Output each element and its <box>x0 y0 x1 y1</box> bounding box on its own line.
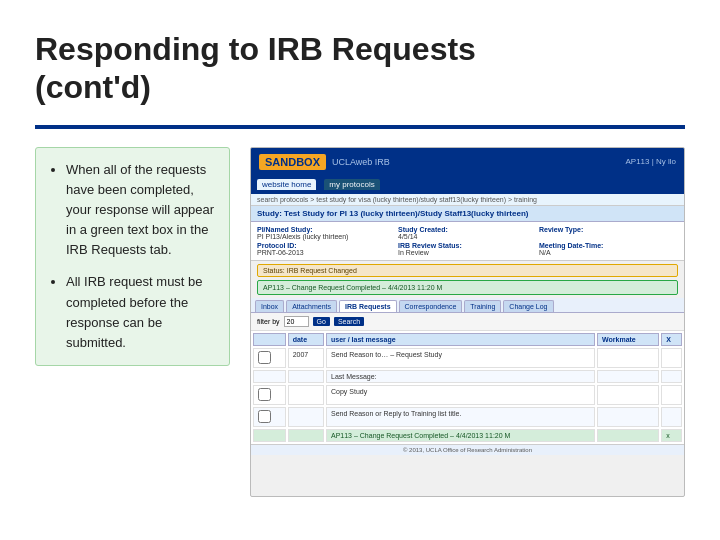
nav-tab-home[interactable]: website home <box>257 179 316 190</box>
table-header-row: date user / last message Workmate X <box>253 333 682 346</box>
row-check <box>253 407 286 427</box>
filter-row: filter by Go Search <box>251 313 684 331</box>
row-check <box>253 429 286 442</box>
page-title: Responding to IRB Requests (cont'd) <box>35 30 685 107</box>
meeting-date-value: N/A <box>539 249 551 256</box>
row-workmate <box>597 429 659 442</box>
status-banner: Status: IRB Request Changed <box>257 264 678 277</box>
row-check <box>253 385 286 405</box>
irb-status-cell: IRB Review Status: In Review <box>398 242 537 256</box>
row-workmate <box>597 385 659 405</box>
pi-name-cell: PI/Named Study: PI PI13/Alexis (lucky th… <box>257 226 396 240</box>
bullet-item-2: All IRB request must be completed before… <box>66 272 215 353</box>
row-message: Send Reason to… – Request Study <box>326 348 595 368</box>
row-checkbox[interactable] <box>258 351 271 364</box>
ucla-label: UCLAweb IRB <box>332 157 390 167</box>
row-x[interactable] <box>661 385 682 405</box>
irb-table-container: date user / last message Workmate X 2007… <box>251 331 684 444</box>
sandbox-logo: SANDBOX <box>259 154 326 170</box>
irb-status-label: IRB Review Status: <box>398 242 537 249</box>
row-checkbox[interactable] <box>258 410 271 423</box>
screenshot-panel: SANDBOX UCLAweb IRB AP113 | Ny llo websi… <box>250 147 685 497</box>
row-date <box>288 429 324 442</box>
study-created-label: Study Created: <box>398 226 537 233</box>
sandbox-header: SANDBOX UCLAweb IRB AP113 | Ny llo <box>251 148 684 176</box>
col-x: X <box>661 333 682 346</box>
row-checkbox[interactable] <box>258 388 271 401</box>
meeting-date-cell: Meeting Date-Time: N/A <box>539 242 678 256</box>
row-date: 2007 <box>288 348 324 368</box>
tab-training[interactable]: Training <box>464 300 501 312</box>
go-button[interactable]: Go <box>313 317 330 326</box>
filter-label: filter by <box>257 318 280 325</box>
section-divider <box>35 125 685 129</box>
row-message: Last Message: <box>326 370 595 383</box>
col-message: user / last message <box>326 333 595 346</box>
header-links: AP113 | Ny llo <box>625 157 676 166</box>
irb-requests-table: date user / last message Workmate X 2007… <box>251 331 684 444</box>
row-workmate <box>597 370 659 383</box>
review-type-cell: Review Type: <box>539 226 678 240</box>
study-title: Study: Test Study for PI 13 (lucky thirt… <box>251 206 684 222</box>
row-x[interactable] <box>661 407 682 427</box>
screenshot-footer: © 2013, UCLA Office of Research Administ… <box>251 444 684 455</box>
pi-name-value: PI PI13/Alexis (lucky thirteen) <box>257 233 348 240</box>
study-created-value: 4/5/14 <box>398 233 417 240</box>
info-grid: PI/Named Study: PI PI13/Alexis (lucky th… <box>251 222 684 261</box>
tab-change-log[interactable]: Change Log <box>503 300 553 312</box>
table-row-highlight: AP113 – Change Request Completed – 4/4/2… <box>253 429 682 442</box>
row-message: Copy Study <box>326 385 595 405</box>
search-button[interactable]: Search <box>334 317 364 326</box>
col-date: date <box>288 333 324 346</box>
row-workmate <box>597 407 659 427</box>
row-date <box>288 407 324 427</box>
study-created-cell: Study Created: 4/5/14 <box>398 226 537 240</box>
row-x <box>661 370 682 383</box>
table-row: 2007 Send Reason to… – Request Study <box>253 348 682 368</box>
bullet-panel: When all of the requests have been compl… <box>35 147 230 366</box>
nav-tab-protocols[interactable]: my protocols <box>324 179 379 190</box>
table-row: Copy Study <box>253 385 682 405</box>
row-check <box>253 348 286 368</box>
row-completed-msg: AP113 – Change Request Completed – 4/4/2… <box>326 429 595 442</box>
protocol-id-label: Protocol ID: <box>257 242 396 249</box>
review-type-label: Review Type: <box>539 226 678 233</box>
bullet-item-1: When all of the requests have been compl… <box>66 160 215 261</box>
breadcrumb: search protocols > test study for visa (… <box>251 194 684 206</box>
tab-correspondence[interactable]: Correspondence <box>399 300 463 312</box>
row-date <box>288 385 324 405</box>
row-workmate <box>597 348 659 368</box>
nav-bar: website home my protocols <box>251 176 684 194</box>
bullet-list: When all of the requests have been compl… <box>50 160 215 353</box>
tab-irb-requests[interactable]: IRB Requests <box>339 300 397 312</box>
page-container: Responding to IRB Requests (cont'd) When… <box>0 0 720 540</box>
table-row: Send Reason or Reply to Training list ti… <box>253 407 682 427</box>
row-date <box>288 370 324 383</box>
tab-row: Inbox Attachments IRB Requests Correspon… <box>251 298 684 313</box>
protocol-id-cell: Protocol ID: PRNT-06-2013 <box>257 242 396 256</box>
content-row: When all of the requests have been compl… <box>35 147 685 497</box>
tab-inbox[interactable]: Inbox <box>255 300 284 312</box>
row-x[interactable]: x <box>661 429 682 442</box>
row-message: Send Reason or Reply to Training list ti… <box>326 407 595 427</box>
row-check <box>253 370 286 383</box>
table-row: Last Message: <box>253 370 682 383</box>
pi-name-label: PI/Named Study: <box>257 226 396 233</box>
tab-attachments[interactable]: Attachments <box>286 300 337 312</box>
col-workmate: Workmate <box>597 333 659 346</box>
meeting-date-label: Meeting Date-Time: <box>539 242 678 249</box>
green-response-box: AP113 – Change Request Completed – 4/4/2… <box>257 280 678 295</box>
filter-input[interactable] <box>284 316 309 327</box>
col-check <box>253 333 286 346</box>
irb-status-value: In Review <box>398 249 429 256</box>
row-x[interactable] <box>661 348 682 368</box>
protocol-id-value: PRNT-06-2013 <box>257 249 304 256</box>
